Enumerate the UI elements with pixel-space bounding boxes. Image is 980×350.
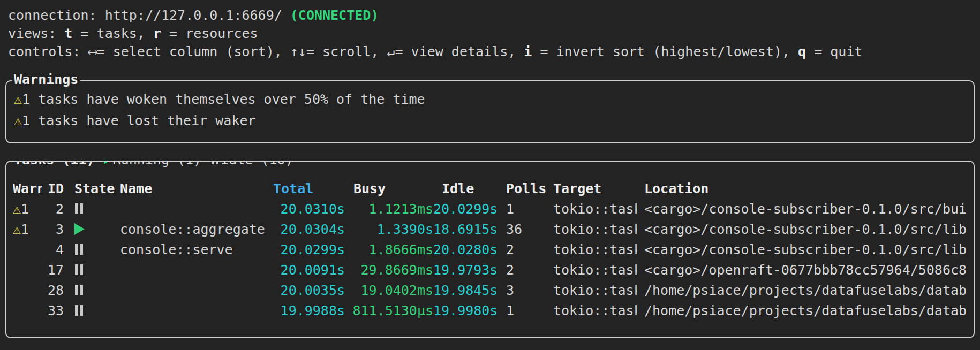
paused-icon [75,285,83,295]
controls-scroll-text: = scroll, [306,44,387,59]
task-polls: 1 [497,301,546,321]
warn-cell: ⚠ [13,280,42,301]
column-header-state[interactable]: State [64,179,120,199]
task-idle: 19.9845s [433,280,497,301]
controls-invert-text: = invert sort (highest/lowest), [532,44,798,59]
task-idle: 19.9793s [433,260,497,280]
task-idle: 18.6915s [433,219,497,240]
column-header-name[interactable]: Name [120,179,265,199]
task-name: console::serve [120,240,265,260]
running-icon [104,161,112,164]
task-total: 20.0310s [265,199,345,219]
task-busy: 1.8666ms [345,240,433,260]
warning-text: 1 tasks have woken themselves over 50% o… [22,92,425,107]
column-header-target[interactable]: Target [546,179,637,199]
up-down-arrow-icon: ↑↓ [290,44,306,59]
tokio-console-screen: connection: http://127.0.0.1:6669/ (CONN… [0,0,980,338]
warn-cell: ⚠ [13,301,42,321]
controls-line: controls: ⟷= select column (sort), ↑↓= s… [8,43,980,61]
key-quit: q [798,44,806,59]
warning-icon: ⚠ [14,113,22,128]
column-header-warn[interactable]: Warn [13,179,42,199]
task-target: tokio::task [546,301,637,321]
task-busy: 811.5130µs [345,301,433,321]
table-row[interactable]: ⚠ 17 20.0091s 29.8669ms 19.9793s 2 tokio… [13,260,967,280]
warnings-panel: Warnings ⚠1 tasks have woken themselves … [5,80,975,143]
task-polls: 3 [497,280,546,301]
task-busy: 1.1213ms [345,199,433,219]
warning-icon: ⚠ [14,92,22,107]
paused-icon [75,305,83,316]
key-tasks: t [64,26,72,41]
task-id: 2 [42,199,64,219]
warnings-panel-title: Warnings [12,71,80,88]
controls-quit-text: = quit [806,44,862,59]
views-tasks-text: = tasks, [72,26,153,41]
warn-count: 1 [21,222,29,237]
task-target: tokio::task [546,280,637,301]
warning-text: 1 tasks have lost their waker [22,113,256,128]
task-location: /home/psiace/projects/datafuselabs/datab… [637,301,967,321]
column-header-polls[interactable]: Polls [497,179,546,199]
column-header-total-sorted[interactable]: Total [265,179,345,199]
left-right-arrow-icon: ⟷ [89,44,97,59]
task-id: 28 [42,280,64,301]
table-row[interactable]: ⚠ 33 19.9988s 811.5130µs 19.9980s 1 toki… [13,301,967,321]
connection-line: connection: http://127.0.0.1:6669/ (CONN… [8,6,980,25]
warning-icon: ⚠ [13,201,21,217]
warning-item: ⚠1 tasks have woken themselves over 50% … [14,89,965,110]
task-idle: 19.9980s [433,301,497,321]
paused-icon [75,203,83,214]
warn-cell: ⚠ [13,260,42,280]
paused-icon [212,161,218,164]
warn-count: 1 [21,201,29,217]
paused-icon [75,264,83,275]
views-label: views: [8,26,64,41]
task-total: 20.0299s [265,240,345,260]
table-row[interactable]: ⚠ 28 20.0035s 19.0402ms 19.9845s 3 tokio… [13,280,967,301]
task-name [120,199,265,219]
task-idle: 20.0280s [433,240,497,260]
key-invert: i [524,44,532,59]
task-total: 20.0304s [265,219,345,240]
paused-icon [75,244,83,255]
task-name [120,280,265,301]
table-row[interactable]: ⚠1 3 console::aggregate 20.0304s 1.3390s… [13,219,967,240]
controls-select-text: = select column (sort), [97,44,290,59]
table-row[interactable]: ⚠ 4 console::serve 20.0299s 1.8666ms 20.… [13,240,967,260]
connection-status-badge: (CONNECTED) [290,7,379,23]
table-row[interactable]: ⚠1 2 20.0310s 1.1213ms 20.0299s 1 tokio:… [13,199,967,219]
state-cell [64,260,120,280]
task-id: 4 [42,240,64,260]
column-header-id[interactable]: ID [42,179,64,199]
column-header-busy[interactable]: Busy [345,179,433,199]
task-name: console::aggregate [120,219,265,240]
views-resources-text: = resources [161,26,258,41]
warn-cell: ⚠1 [13,219,42,240]
task-location: <cargo>/openraft-0677bbb78cc57964/5086c8… [637,260,967,280]
task-target: tokio::task [546,199,637,219]
tasks-count-label: Tasks (11) [14,161,103,169]
table-header-row: Warn ID State Name Total Busy Idle Polls… [13,179,967,199]
idle-count-label: Idle (10) [221,161,293,169]
connection-label: connection: [8,7,105,23]
task-busy: 29.8669ms [345,260,433,280]
running-count-label: Running (1) [113,161,210,169]
warning-icon: ⚠ [13,222,21,237]
key-resources: r [153,26,161,41]
views-line: views: t = tasks, r = resources [8,25,980,43]
column-header-idle[interactable]: Idle [433,179,497,199]
tasks-panel: Tasks (11) Running (1) Idle (10) Warn ID… [5,161,975,338]
task-name [120,301,265,321]
column-header-location[interactable]: Location [637,179,967,199]
tasks-panel-title: Tasks (11) Running (1) Idle (10) [12,161,296,169]
warning-item: ⚠1 tasks have lost their waker [14,110,965,132]
task-polls: 2 [497,240,546,260]
task-id: 17 [42,260,64,280]
task-total: 20.0035s [265,280,345,301]
controls-details-text: = view details, [395,44,524,59]
status-header: connection: http://127.0.0.1:6669/ (CONN… [0,0,980,61]
running-icon [74,223,85,235]
task-target: tokio::task [546,260,637,280]
connection-url: http://127.0.0.1:6669/ [105,7,290,23]
